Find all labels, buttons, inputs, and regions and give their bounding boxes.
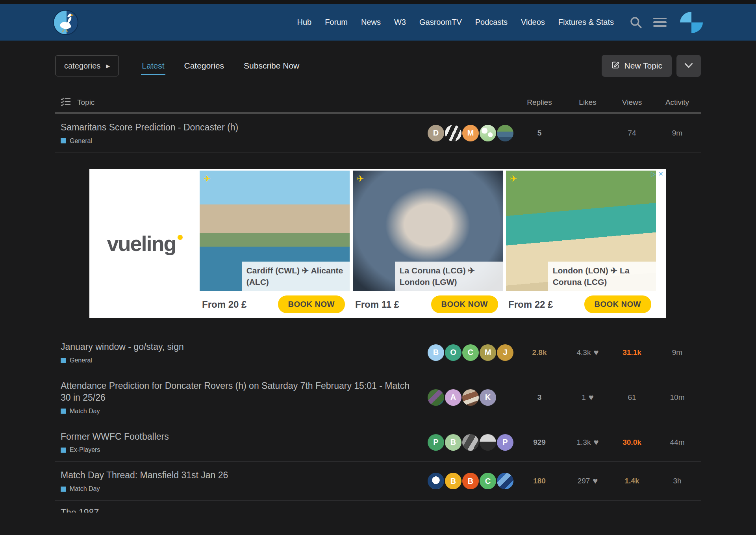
ad-card[interactable]: ✈ London (LON) ✈ La Coruna (LCG) From 22… [506,171,656,318]
avatar-letter[interactable]: P [497,434,513,451]
nav-link-hub[interactable]: Hub [297,18,311,27]
avatar-photo-person-outdoor[interactable] [497,125,513,141]
topic-title[interactable]: Former WWFC Footballers [61,431,410,443]
nav-link-news[interactable]: News [361,18,381,27]
topic-title[interactable]: Attendance Prediction for Doncater Rover… [61,380,410,404]
avatar-letter[interactable]: A [445,389,461,406]
activity-time[interactable]: 10m [654,393,701,402]
category-color-square [61,448,66,453]
avatar-letter[interactable]: J [497,344,513,361]
avatar-letter[interactable]: C [462,344,479,361]
avatar-letter[interactable]: B [428,344,444,361]
topic-title[interactable]: The 1987 [61,507,410,513]
tab-latest[interactable]: Latest [141,56,165,76]
likes-count: 1♥ [565,393,610,402]
avatar-letter[interactable]: P [428,434,444,451]
vueling-ad-banner[interactable]: vueling● ✈ Cardiff (CWL) ✈ Alicante (ALC… [89,169,666,318]
replies-column-header[interactable]: Replies [514,98,565,107]
list-controls: categories ▶ Latest Categories Subscribe… [55,55,701,77]
avatar-letter[interactable]: K [480,389,496,406]
posters: DM [421,125,514,141]
activity-column-header[interactable]: Activity [654,98,701,107]
nav-link-videos[interactable]: Videos [521,18,545,27]
category-badge[interactable]: Match Day [61,485,410,492]
tab-subscribe-now[interactable]: Subscribe Now [243,56,300,76]
new-topic-dropdown-button[interactable] [676,55,701,77]
book-now-button[interactable]: BOOK NOW [431,295,498,313]
avatar-letter[interactable]: B [462,473,479,489]
avatar-photo-club-badge[interactable] [428,473,444,489]
topic-list-header: Topic Replies Likes Views Activity [55,93,701,112]
avatar-photo-portrait-bw[interactable] [480,434,496,451]
tab-categories[interactable]: Categories [183,56,225,76]
avatar-photo-sheep-cartoon[interactable] [480,125,496,141]
topic-title[interactable]: January window - go/stay, sign [61,341,410,353]
plane-icon: ✈ [357,174,364,184]
category-badge[interactable]: Ex-Players [61,446,410,453]
likes-count: 1.3k♥ [565,438,610,447]
topic-title[interactable]: Match Day Thread: Mansfield 31st Jan 26 [61,470,410,481]
activity-time[interactable]: 9m [654,129,701,137]
views-count: 30.0k [610,438,654,447]
likes-column-header[interactable]: Likes [565,98,610,107]
likes-value: 1.3k [577,438,591,447]
search-icon[interactable] [630,16,642,29]
category-badge[interactable]: General [61,137,410,145]
adchoices-icon[interactable]: ▷ [651,171,656,177]
pinwheel-logo-icon[interactable] [680,12,703,33]
avatar-letter[interactable]: M [462,125,479,141]
category-color-square [61,487,66,492]
category-name: General [70,137,92,145]
new-topic-label: New Topic [624,61,663,71]
avatar-photo-stadium-bw[interactable] [462,434,479,451]
avatar-photo-players-blue[interactable] [497,473,513,489]
category-badge[interactable]: General [61,357,410,364]
views-count: 1.4k [610,477,654,485]
nav-link-gasroomtv[interactable]: GasroomTV [419,18,462,27]
avatar-letter[interactable]: B [445,473,461,489]
topic-cell: Attendance Prediction for Doncater Rover… [55,380,421,415]
category-color-square [61,409,66,414]
nav-link-podcasts[interactable]: Podcasts [475,18,508,27]
views-column-header[interactable]: Views [610,98,654,107]
new-topic-button[interactable]: New Topic [602,55,672,77]
ad-card[interactable]: ✈ Cardiff (CWL) ✈ Alicante (ALC) From 20… [200,171,350,318]
nav-link-fixtures-stats[interactable]: Fixtures & Stats [558,18,614,27]
replies-count: 180 [514,477,565,485]
replies-count: 5 [514,129,565,137]
avatar-photo-gathering[interactable] [462,389,479,406]
club-crest-logo-icon[interactable] [53,10,78,35]
ad-close-icon[interactable]: ✕ [658,171,663,177]
activity-time[interactable]: 3h [654,477,701,485]
ad-card[interactable]: ✈ La Coruna (LCG) ✈ London (LGW) From 11… [353,171,503,318]
top-strip [0,0,756,4]
nav-link-forum[interactable]: Forum [325,18,348,27]
nav-link-w3[interactable]: W3 [394,18,406,27]
avatar-photo-cow[interactable] [445,125,461,141]
category-name: Ex-Players [70,446,100,453]
likes-count: 297♥ [565,477,610,485]
posters: PBP [421,434,514,451]
avatar-letter[interactable]: O [445,344,461,361]
hamburger-menu-icon[interactable] [653,18,667,27]
views-count: 74 [610,129,654,137]
avatar-letter[interactable]: C [480,473,496,489]
avatar-letter[interactable]: M [480,344,496,361]
book-now-button[interactable]: BOOK NOW [278,295,345,313]
replies-count: 929 [514,438,565,447]
topic-column-header[interactable]: Topic [55,97,421,108]
avatar-letter[interactable]: D [428,125,444,141]
topic-row: The 1987 [55,501,701,513]
activity-time[interactable]: 9m [654,348,701,357]
avatar-photo-plants[interactable] [428,389,444,406]
topic-title[interactable]: Samaritans Score Prediction - Doncaster … [61,122,410,134]
book-now-button[interactable]: BOOK NOW [584,295,651,313]
vueling-logo-dot: ● [176,230,183,243]
posters: BOCMJ [421,344,514,361]
activity-time[interactable]: 44m [654,438,701,447]
heart-icon: ♥ [593,477,598,485]
category-badge[interactable]: Match Day [61,408,410,415]
avatar-letter[interactable]: B [445,434,461,451]
category-filter-dropdown[interactable]: categories ▶ [55,55,119,76]
category-name: Match Day [70,485,100,492]
